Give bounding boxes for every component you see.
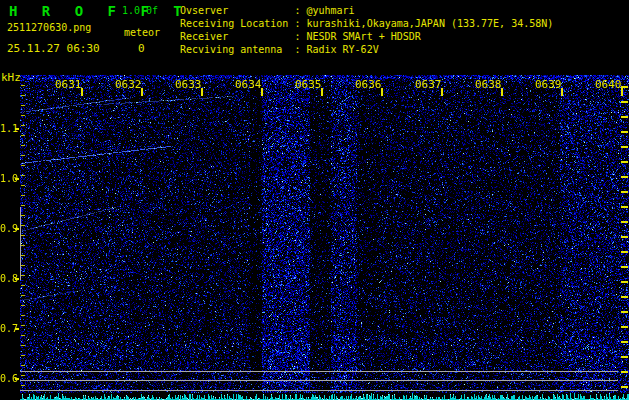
right-axis-tick: [621, 101, 628, 103]
time-label: 0637: [415, 78, 442, 91]
time-tick: [321, 88, 323, 96]
freq-minor-tick: [21, 175, 25, 176]
freq-minor-tick: [21, 205, 25, 206]
time-label: 0640: [595, 78, 622, 91]
freq-major-tick: [15, 328, 19, 330]
right-axis-tick: [621, 131, 628, 133]
time-tick: [561, 88, 563, 96]
time-label: 0635: [295, 78, 322, 91]
time-tick: [81, 88, 83, 96]
freq-minor-tick: [21, 235, 25, 236]
time-tick: [141, 88, 143, 96]
time-tick: [261, 88, 263, 96]
freq-minor-tick: [21, 295, 25, 296]
right-axis-tick: [621, 341, 628, 343]
right-axis-tick: [621, 206, 628, 208]
time-label: 0632: [115, 78, 142, 91]
freq-minor-tick: [21, 245, 25, 246]
app-version: 1.0.0f: [122, 5, 158, 16]
time-tick: [501, 88, 503, 96]
right-axis-tick: [621, 281, 628, 283]
right-axis-tick: [621, 386, 628, 388]
freq-label: 1.0: [0, 173, 15, 184]
time-label: 0631: [55, 78, 82, 91]
freq-major-tick: [15, 378, 19, 380]
right-axis-tick: [621, 236, 628, 238]
freq-minor-tick: [21, 145, 25, 146]
time-tick: [621, 88, 623, 96]
right-axis-tick: [621, 191, 628, 193]
right-axis-tick: [621, 116, 628, 118]
right-axis-tick: [621, 161, 628, 163]
freq-major-tick: [15, 178, 19, 180]
right-axis-tick: [621, 176, 628, 178]
freq-minor-tick: [21, 325, 25, 326]
freq-minor-tick: [21, 225, 25, 226]
right-axis-tick: [621, 296, 628, 298]
freq-major-tick: [15, 128, 19, 130]
freq-minor-tick: [21, 85, 25, 86]
freq-label: 1.1: [0, 123, 15, 134]
right-axis-tick: [621, 311, 628, 313]
time-tick: [201, 88, 203, 96]
right-axis-tick: [621, 371, 628, 373]
spectrogram-canvas: [20, 75, 629, 400]
station-info-line: Ovserver : @yuhmari: [180, 4, 553, 17]
time-tick: [441, 88, 443, 96]
time-label: 0639: [535, 78, 562, 91]
time-label: 0633: [175, 78, 202, 91]
station-info-block: Ovserver : @yuhmariReceiving Location : …: [180, 4, 553, 56]
right-axis-tick: [621, 326, 628, 328]
right-axis-tick: [621, 86, 628, 88]
time-tick: [381, 88, 383, 96]
freq-label: 0.8: [0, 273, 15, 284]
freq-minor-tick: [21, 165, 25, 166]
output-filename: 2511270630.png: [7, 22, 91, 33]
time-label: 0638: [475, 78, 502, 91]
freq-minor-tick: [21, 315, 25, 316]
freq-minor-tick: [21, 125, 25, 126]
freq-minor-tick: [21, 155, 25, 156]
app-title: H R O F F T: [9, 3, 190, 19]
freq-minor-tick: [21, 215, 25, 216]
time-label: 0636: [355, 78, 382, 91]
meteor-counter-value: 0: [138, 42, 145, 55]
observation-datetime: 25.11.27 06:30: [7, 42, 100, 55]
freq-major-tick: [15, 228, 19, 230]
freq-minor-tick: [21, 385, 25, 386]
freq-label: 0.9: [0, 223, 15, 234]
freq-minor-tick: [21, 195, 25, 196]
freq-minor-tick: [21, 365, 25, 366]
freq-label: 0.7: [0, 323, 15, 334]
freq-major-tick: [15, 278, 19, 280]
freq-minor-tick: [21, 285, 25, 286]
freq-minor-tick: [21, 95, 25, 96]
right-axis-tick: [621, 146, 628, 148]
freq-minor-tick: [21, 305, 25, 306]
hrofft-window: H R O F F T 1.0.0f 2511270630.png meteor…: [0, 0, 629, 400]
right-axis-tick: [621, 356, 628, 358]
freq-minor-tick: [21, 105, 25, 106]
freq-minor-tick: [21, 265, 25, 266]
freq-minor-tick: [21, 135, 25, 136]
meteor-counter-label: meteor: [124, 27, 160, 38]
station-info-line: Receiving Location : kurashiki,Okayama,J…: [180, 17, 553, 30]
freq-minor-tick: [21, 335, 25, 336]
freq-minor-tick: [21, 375, 25, 376]
freq-minor-tick: [21, 255, 25, 256]
frequency-unit-label: kHz: [1, 71, 21, 84]
freq-minor-tick: [21, 275, 25, 276]
freq-minor-tick: [21, 345, 25, 346]
right-axis-tick: [621, 266, 628, 268]
freq-minor-tick: [21, 185, 25, 186]
right-axis-tick: [621, 221, 628, 223]
station-info-line: Recviving antenna : Radix RY-62V: [180, 43, 553, 56]
station-info-line: Receiver : NESDR SMArt + HDSDR: [180, 30, 553, 43]
right-axis-tick: [621, 251, 628, 253]
freq-minor-tick: [21, 355, 25, 356]
time-label: 0634: [235, 78, 262, 91]
freq-minor-tick: [21, 115, 25, 116]
freq-label: 0.6: [0, 373, 15, 384]
